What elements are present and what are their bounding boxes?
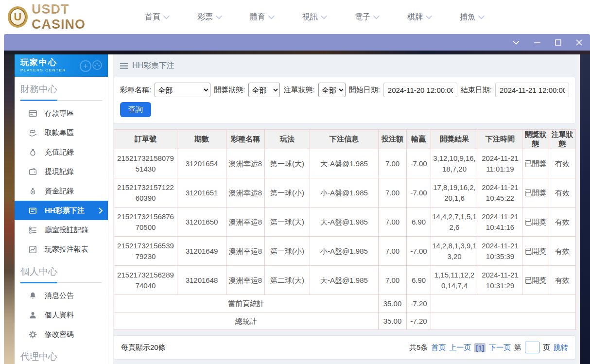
table-cell: 1,15,11,12,20,14,7,4 [431,266,478,295]
nav-item-3[interactable]: 體育 [250,12,275,22]
summary-label: 總統計 [114,312,379,330]
nav-item-label: 棋牌 [407,12,423,22]
funds-record-icon [28,187,37,196]
sidebar-item-廳室投註記錄[interactable]: 廳室投註記錄 [15,220,108,240]
table-cell: 已開獎 [522,178,549,208]
table-cell: 14,2,8,1,3,9,13,20 [431,237,478,266]
sidebar-item-label: 個人資料 [45,311,74,320]
sidebar-item-HH彩票下注[interactable]: HH彩票下注 [15,201,108,220]
nav-item-2[interactable]: 彩票 [197,12,222,22]
table-cell: 已開獎 [522,266,549,295]
sidebar-item-label: 玩家投注報表 [45,245,88,254]
main-nav: 首頁彩票體育視訊電子棋牌捕魚 [145,12,485,22]
table-cell: 2024-11-21 10:45:22 [478,178,522,208]
top-bar: U USDT CASINO 首頁彩票體育視訊電子棋牌捕魚 [0,0,590,34]
sidebar-item-修改密碼[interactable]: 修改密碼 [15,325,108,344]
chevron-down-icon [321,15,327,19]
column-header: 開獎結果 [431,130,478,149]
first-page-link[interactable]: 首页 [431,343,446,352]
window-minimize-button[interactable] [532,37,542,48]
nav-item-6[interactable]: 棋牌 [407,12,432,22]
column-header: 期數 [177,130,226,149]
page-number-input[interactable] [525,342,539,353]
page-prefix: 第 [514,343,521,352]
maximize-icon [555,39,561,46]
table-cell: 2024-11-21 10:41:16 [478,208,522,237]
person-icon [28,311,37,320]
next-page-link[interactable]: 下一页 [489,343,511,352]
table-cell: 澳洲幸运8 [226,208,265,237]
column-header: 下注信息 [310,130,379,149]
table-row[interactable]: 215217321571226039031201651澳洲幸运8第一球(小)小-… [114,178,576,208]
table-cell: 7.00 [379,178,407,208]
prev-page-link[interactable]: 上一页 [449,343,471,352]
table-cell: 有效 [549,178,576,208]
sidebar-item-消息公告[interactable]: 消息公告 [15,286,108,305]
filter-select-2[interactable]: 全部 [248,83,280,97]
withdraw-record-icon [28,167,37,176]
summary-empty-cell [431,295,576,312]
chevron-down-icon [216,15,222,19]
jump-link[interactable]: 跳转 [554,343,568,352]
sidebar-item-資金記錄[interactable]: 資金記錄 [15,181,108,201]
window-frame-left [4,54,15,364]
table-cell: 大-A盤@1.985 [310,266,379,295]
sidebar-item-label: 資金記錄 [45,187,74,196]
table-footer: 每頁顯示20條 共5条首页上一页[1]下一页第页跳转 [114,335,575,360]
filter-label: 開始日期: [349,86,380,95]
table-row[interactable]: 215217321562897404031201648澳洲幸运8第二球(大)大-… [114,266,576,295]
nav-item-label: 體育 [250,12,265,22]
nav-item-4[interactable]: 視訊 [302,12,327,22]
table-cell: 31201651 [177,178,226,208]
scrollbar-track[interactable] [576,54,580,364]
sidebar-item-充值記錄[interactable]: 充值記錄 [15,142,108,162]
sidebar-item-取款專區[interactable]: 取款專區 [15,123,108,142]
nav-item-label: 彩票 [197,12,213,22]
table-row[interactable]: 215217321580795143031201654澳洲幸运8第一球(大)大-… [114,149,576,178]
sidebar-item-存款專區[interactable]: 存款專區 [15,104,108,123]
page-size-text: 每頁顯示20條 [121,343,166,352]
table-cell: 2152173215653979230 [114,237,177,266]
sidebar-item-個人資料[interactable]: 個人資料 [15,305,108,325]
nav-item-label: 電子 [355,12,370,22]
table-cell: 31201648 [177,266,226,295]
window-dropdown-button[interactable] [511,37,521,48]
table-cell: 有效 [549,237,576,266]
query-button[interactable]: 查詢 [120,102,151,117]
window-maximize-button[interactable] [553,37,563,48]
summary-row: 總統計35.00-7.20 [114,312,576,330]
table-cell: 第一球(大) [265,149,310,178]
table-cell: 有效 [549,266,576,295]
summary-win-loss: -7.20 [407,295,431,312]
table-cell: 2024-11-21 10:35:39 [478,237,522,266]
column-header: 開獎狀態 [522,130,549,149]
filter-select-1[interactable]: 全部 [155,83,210,97]
nav-item-7[interactable]: 捕魚 [460,12,485,22]
player-report-icon [28,245,37,254]
table-cell: 7.00 [379,149,407,178]
column-header: 輸贏 [407,130,431,149]
table-cell: 大-A盤@1.985 [310,208,379,237]
nav-item-5[interactable]: 電子 [355,12,380,22]
filter-label: 彩種名稱: [120,86,151,95]
sidebar-item-label: HH彩票下注 [45,206,85,215]
table-row[interactable]: 215217321565397923031201649澳洲幸运8第一球(小)小-… [114,237,576,266]
nav-item-1[interactable]: 首頁 [145,12,170,22]
summary-row: 當前頁統計35.00-7.20 [114,295,576,312]
end-date-input[interactable] [495,83,569,97]
page-title: HH彩票下注 [132,61,174,71]
pagination: 共5条首页上一页[1]下一页第页跳转 [409,342,568,353]
window-close-button[interactable] [573,37,584,48]
start-date-input[interactable] [383,83,457,97]
table-row[interactable]: 215217321568767050031201650澳洲幸运8第一球(大)大-… [114,208,576,237]
hamburger-icon[interactable] [120,63,128,69]
table-cell: 17,8,19,16,2,20,1,6 [431,178,478,208]
sidebar: 玩家中心 PLAYERS CENTER 財務中心存款專區取款專區充值記錄提現記錄… [15,54,108,364]
table-cell: 已開獎 [522,208,549,237]
sidebar-item-提現記錄[interactable]: 提現記錄 [15,162,108,181]
sidebar-item-玩家投注報表[interactable]: 玩家投注報表 [15,240,108,259]
filter-select-3[interactable]: 全部 [318,83,346,97]
table-cell: 澳洲幸运8 [226,178,265,208]
summary-win-loss: -7.20 [407,312,431,330]
section-divider [20,282,102,283]
